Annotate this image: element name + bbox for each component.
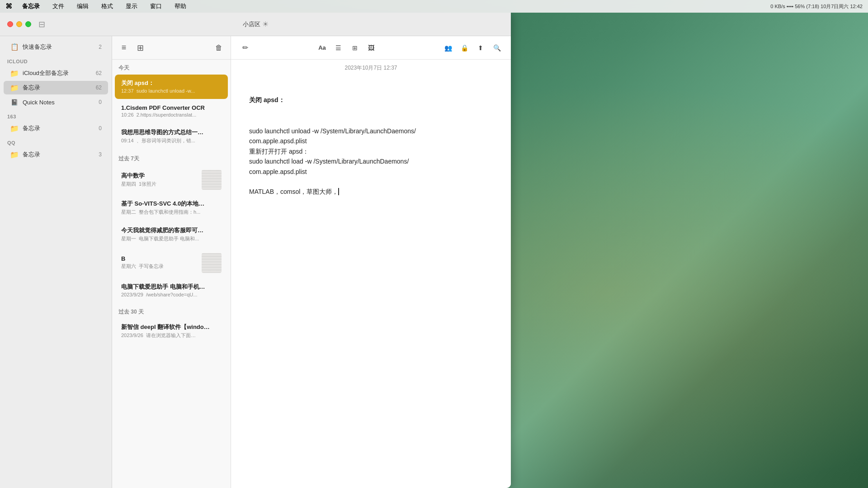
- menu-status-right: 0 KB/s •••• 56% (7:18) 10月7日周六 12:42: [770, 3, 863, 10]
- sidebar-icloud-notes-label: 备忘录: [23, 84, 94, 92]
- note-item[interactable]: 电脑下载爱思助手 电脑和手机… 2023/9/29 /web/share?cod…: [115, 278, 228, 303]
- note-title: 基于 So-VITS-SVC 4.0的本地…: [121, 200, 222, 208]
- sidebar-toggle-icon: ⊟: [38, 19, 48, 29]
- note-list-panel: ≡ ⊞ 🗑 今天 关闭 apsd： 12:37 sudo launchctl u…: [112, 36, 231, 488]
- note-list: 今天 关闭 apsd： 12:37 sudo launchctl unload …: [112, 60, 231, 488]
- sidebar-item-icloud-notes[interactable]: 📁 备忘录 62: [4, 81, 108, 94]
- note-item[interactable]: 我想用思维导图的方式总结一… 09:14 、形容词等词类识别，错...: [115, 124, 228, 150]
- note-title: 1.Cisdem PDF Converter OCR: [121, 104, 222, 111]
- app-window: ⊟ 小店区 ☀ 📋 快速备忘录 2 iCloud 📁 iCloud全部备忘录 6…: [0, 13, 511, 488]
- sidebar-quick-notes-sub-label: Quick Notes: [23, 99, 94, 106]
- 163-notes-icon: 📁: [10, 124, 19, 133]
- note-title: 我想用思维导图的方式总结一…: [121, 128, 222, 136]
- sidebar-icloud-all-count: 62: [94, 70, 102, 76]
- minimize-button[interactable]: [16, 21, 22, 27]
- menu-edit[interactable]: 编辑: [74, 1, 91, 11]
- sidebar-item-icloud-all[interactable]: 📁 iCloud全部备忘录 62: [4, 66, 108, 80]
- note-meta: 09:14 、形容词等词类识别，错...: [121, 137, 222, 144]
- editor-note-title: 关闭 apsd：: [249, 95, 493, 105]
- note-editor: ✏ Aa ☰ ⊞ 🖼 👥 🔒 ⬆ 🔍 2023年10月7日 12:37 关闭 a…: [231, 36, 511, 488]
- sun-icon: ☀: [262, 20, 269, 28]
- note-meta: 2023/9/26 请在浏览器输入下面…: [121, 332, 222, 339]
- note-title: 今天我就觉得减肥的客服即可…: [121, 226, 222, 235]
- menu-format[interactable]: 格式: [99, 1, 116, 11]
- sidebar-item-qq-notes[interactable]: 📁 备忘录 3: [4, 148, 108, 161]
- quick-notes-icon: 📋: [10, 42, 19, 52]
- note-item[interactable]: 新智信 deepl 翻译软件【windo… 2023/9/26 请在浏览器输入下…: [115, 319, 228, 344]
- note-meta: 星期一 电脑下载爱思助手 电脑和...: [121, 235, 222, 242]
- lock-button[interactable]: 🔒: [458, 41, 471, 55]
- title-bar: ⊟ 小店区 ☀: [0, 13, 511, 36]
- note-meta: 12:37 sudo launchctl unload -w...: [121, 88, 222, 94]
- collaborate-button[interactable]: 👥: [441, 41, 455, 55]
- note-title: 电脑下载爱思助手 电脑和手机…: [121, 283, 222, 291]
- sidebar-section-163: 163: [0, 109, 112, 121]
- sidebar-quick-notes-count: 2: [94, 44, 102, 50]
- qq-notes-icon: 📁: [10, 150, 19, 159]
- share-button[interactable]: ⬆: [474, 41, 487, 55]
- menu-window[interactable]: 窗口: [147, 1, 165, 11]
- text-cursor: [338, 188, 339, 195]
- sidebar-quick-notes-sub-count: 0: [94, 99, 102, 105]
- search-button[interactable]: 🔍: [490, 41, 504, 55]
- delete-note-button[interactable]: 🗑: [212, 42, 225, 54]
- past30-section-label: 过去 30 天: [112, 304, 231, 318]
- past7-section-label: 过去 7天: [112, 150, 231, 164]
- media-button[interactable]: 🖼: [364, 41, 378, 55]
- note-meta: 星期六 手写备忘录: [121, 263, 197, 270]
- menu-bar: ⌘ 备忘录 文件 编辑 格式 显示 窗口 帮助 0 KB/s •••• 56% …: [0, 0, 868, 13]
- note-item[interactable]: B 星期六 手写备忘录: [115, 249, 228, 277]
- list-view-button[interactable]: ≡: [118, 42, 130, 54]
- sidebar-qq-notes-label: 备忘录: [23, 150, 94, 159]
- note-title: 高中数学: [121, 172, 197, 180]
- sidebar-section-icloud: iCloud: [0, 54, 112, 66]
- sidebar-quick-notes-label: 快速备忘录: [23, 43, 94, 51]
- note-title: 关闭 apsd：: [121, 79, 222, 87]
- editor-content-area[interactable]: 关闭 apsd： sudo launchctl unload -w /Syste…: [231, 75, 511, 488]
- note-item[interactable]: 1.Cisdem PDF Converter OCR 10:26 2.https…: [115, 100, 228, 123]
- sidebar-section-qq: QQ: [0, 136, 112, 147]
- editor-date: 2023年10月7日 12:37: [231, 60, 511, 75]
- sidebar-qq-notes-count: 3: [94, 151, 102, 158]
- sidebar-163-notes-label: 备忘录: [23, 124, 94, 132]
- window-title: 小店区 ☀: [243, 20, 269, 28]
- sidebar-item-163-notes[interactable]: 📁 备忘录 0: [4, 122, 108, 135]
- note-meta: 10:26 2.https://superdoctranslat...: [121, 112, 222, 117]
- note-title: B: [121, 255, 197, 262]
- table-button[interactable]: ⊞: [348, 41, 362, 55]
- main-content: 📋 快速备忘录 2 iCloud 📁 iCloud全部备忘录 62 📁 备忘录 …: [0, 36, 511, 488]
- sidebar-item-quick-notes[interactable]: 📋 快速备忘录 2: [4, 40, 108, 54]
- icloud-all-icon: 📁: [10, 69, 19, 78]
- sidebar-icloud-notes-count: 62: [94, 84, 102, 91]
- checklist-button[interactable]: ☰: [332, 41, 345, 55]
- note-item[interactable]: 关闭 apsd： 12:37 sudo launchctl unload -w.…: [115, 75, 228, 99]
- note-thumbnail: [202, 170, 222, 190]
- sidebar-item-quick-notes-sub[interactable]: 📓 Quick Notes 0: [4, 95, 108, 109]
- note-meta: 星期四 1张照片: [121, 181, 197, 188]
- sidebar-163-notes-count: 0: [94, 125, 102, 131]
- note-title: 新智信 deepl 翻译软件【windo…: [121, 323, 222, 331]
- icloud-notes-icon: 📁: [10, 83, 19, 92]
- today-section-label: 今天: [112, 60, 231, 74]
- note-meta: 星期二 整合包下载和使用指南：h...: [121, 209, 222, 216]
- note-thumbnail: [202, 253, 222, 273]
- grid-view-button[interactable]: ⊞: [134, 42, 146, 54]
- menu-view[interactable]: 显示: [123, 1, 140, 11]
- editor-note-body[interactable]: sudo launchctl unload -w /System/Library…: [249, 126, 493, 197]
- close-button[interactable]: [7, 21, 13, 27]
- note-item[interactable]: 今天我就觉得减肥的客服即可… 星期一 电脑下载爱思助手 电脑和...: [115, 222, 228, 248]
- menu-file[interactable]: 文件: [50, 1, 67, 11]
- sidebar-toggle-button[interactable]: ⊟: [38, 20, 48, 28]
- new-note-button[interactable]: ✏: [238, 41, 252, 55]
- quick-notes-sub-icon: 📓: [10, 98, 19, 107]
- fullscreen-button[interactable]: [25, 21, 31, 27]
- apple-menu[interactable]: ⌘: [5, 2, 12, 10]
- menu-app-name[interactable]: 备忘录: [19, 1, 42, 11]
- note-list-toolbar: ≡ ⊞ 🗑: [112, 36, 231, 60]
- note-item[interactable]: 基于 So-VITS-SVC 4.0的本地… 星期二 整合包下载和使用指南：h.…: [115, 195, 228, 221]
- traffic-lights: [7, 21, 31, 27]
- menu-help[interactable]: 帮助: [172, 1, 189, 11]
- note-item[interactable]: 高中数学 星期四 1张照片: [115, 165, 228, 194]
- font-button[interactable]: Aa: [316, 41, 329, 55]
- editor-toolbar: ✏ Aa ☰ ⊞ 🖼 👥 🔒 ⬆ 🔍: [231, 36, 511, 60]
